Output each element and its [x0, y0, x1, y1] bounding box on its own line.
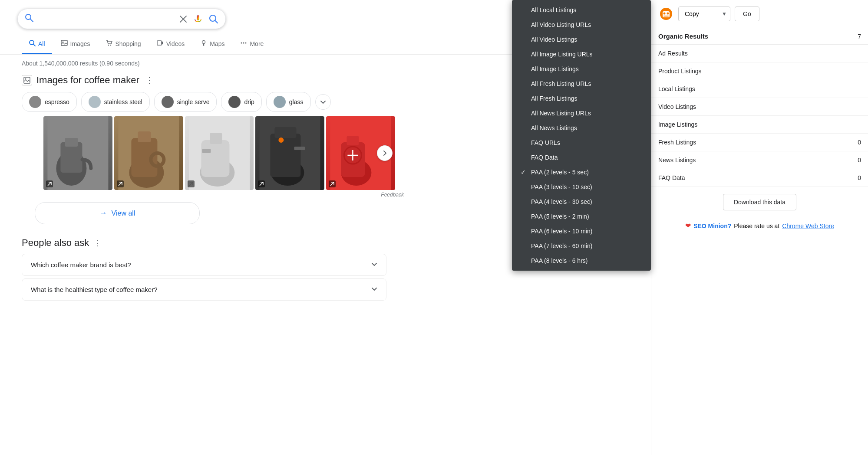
dropdown-item-all-local[interactable]: All Local Listings — [512, 3, 651, 17]
dropdown-item-all-video[interactable]: All Video Listings — [512, 32, 651, 47]
svg-rect-4 — [197, 15, 199, 20]
dropdown-item-paa-3[interactable]: PAA (3 levels - 10 sec) — [512, 180, 651, 194]
chrome-web-store-link[interactable]: Chrome Web Store — [782, 223, 834, 229]
dropdown-item-paa-6[interactable]: PAA (6 levels - 10 min) — [512, 224, 651, 239]
google-search-icon — [25, 13, 33, 24]
tab-all[interactable]: All — [22, 35, 52, 54]
dropdown-label-all-news-urls: All News Listing URLs — [531, 110, 591, 117]
all-icon — [29, 39, 36, 48]
images-icon — [61, 39, 68, 48]
svg-rect-10 — [61, 40, 67, 46]
tab-videos[interactable]: Videos — [150, 35, 192, 54]
dropdown-check-all-video — [521, 36, 528, 43]
image-listings-label: Image Listings — [658, 121, 697, 128]
ad-results-label: Ad Results — [658, 50, 688, 57]
results-row-news: News Listings 0 — [651, 151, 868, 169]
fresh-listings-label: Fresh Listings — [658, 139, 696, 146]
clear-button[interactable] — [179, 15, 187, 23]
svg-line-7 — [215, 20, 218, 23]
image-cell-2[interactable] — [114, 116, 183, 190]
chip-drip[interactable]: drip — [221, 92, 261, 112]
view-all-button[interactable]: → View all — [35, 202, 200, 224]
dropdown-item-paa-5[interactable]: PAA (5 levels - 2 min) — [512, 209, 651, 224]
svg-rect-39 — [294, 147, 305, 150]
chip-drip-img — [228, 96, 241, 108]
image-tag-2 — [117, 180, 124, 187]
paa-title: People also ask — [22, 237, 89, 249]
video-listings-label: Video Listings — [658, 103, 696, 110]
results-count: About 1,540,000,000 results (0.90 second… — [22, 60, 140, 67]
copy-dropdown-overlay: All Local Listings All Video Listing URL… — [512, 0, 651, 271]
search-button[interactable] — [209, 14, 218, 24]
dropdown-item-all-image[interactable]: All Image Listings — [512, 62, 651, 76]
results-table: Organic Results 7 Ad Results Product Lis… — [651, 28, 868, 187]
dropdown-label-all-news: All News Listings — [531, 124, 577, 131]
dropdown-check-paa-2: ✓ — [521, 169, 528, 176]
results-row-fresh: Fresh Listings 0 — [651, 134, 868, 151]
dropdown-item-all-fresh-urls[interactable]: All Fresh Listing URLs — [512, 76, 651, 91]
paa-menu-icon[interactable]: ⋮ — [93, 238, 101, 248]
dropdown-label-all-fresh-urls: All Fresh Listing URLs — [531, 80, 591, 87]
tab-images[interactable]: Images — [54, 35, 97, 54]
dropdown-check-faq-data — [521, 154, 528, 161]
tab-shopping[interactable]: Shopping — [99, 35, 148, 54]
organic-results-label: Organic Results — [658, 33, 858, 40]
dropdown-item-all-video-urls[interactable]: All Video Listing URLs — [512, 17, 651, 32]
chip-glass[interactable]: glass — [266, 92, 311, 112]
dropdown-item-all-news-urls[interactable]: All News Listing URLs — [512, 106, 651, 121]
svg-rect-32 — [201, 140, 229, 177]
dropdown-item-faq-urls[interactable]: FAQ URLs — [512, 135, 651, 150]
dropdown-item-all-news[interactable]: All News Listings — [512, 121, 651, 135]
svg-point-16 — [241, 43, 242, 44]
chip-single-serve[interactable]: single serve — [154, 92, 217, 112]
mic-button[interactable] — [193, 14, 203, 24]
image-cell-1[interactable] — [43, 116, 112, 190]
paa-item-1[interactable]: Which coffee maker brand is best? — [22, 254, 386, 276]
go-button[interactable]: Go — [735, 7, 759, 21]
seo-heart-icon: ❤ — [685, 222, 691, 230]
svg-rect-34 — [202, 149, 211, 153]
image-next-button[interactable] — [377, 145, 393, 161]
dropdown-item-paa-4[interactable]: PAA (4 levels - 30 sec) — [512, 194, 651, 209]
tab-more[interactable]: More — [233, 35, 271, 54]
images-section-menu-icon[interactable]: ⋮ — [145, 75, 153, 85]
results-row-faq: FAQ Data 0 — [651, 169, 868, 187]
results-row-image: Image Listings — [651, 116, 868, 134]
search-bar-icons — [179, 14, 218, 24]
svg-point-12 — [108, 45, 109, 46]
paa-question-1: Which coffee maker brand is best? — [31, 261, 131, 268]
chip-glass-label: glass — [289, 98, 304, 105]
faq-data-label: FAQ Data — [658, 174, 685, 181]
dropdown-item-paa-8[interactable]: PAA (8 levels - 6 hrs) — [512, 253, 651, 268]
dropdown-item-paa-7[interactable]: PAA (7 levels - 60 min) — [512, 239, 651, 253]
dropdown-label-faq-urls: FAQ URLs — [531, 139, 560, 146]
dropdown-item-all-fresh[interactable]: All Fresh Listings — [512, 91, 651, 106]
copy-select[interactable]: Copy — [678, 7, 730, 21]
dropdown-item-all-image-urls[interactable]: All Image Listing URLs — [512, 47, 651, 62]
paa-item-2[interactable]: What is the healthiest type of coffee ma… — [22, 278, 386, 301]
image-cell-4[interactable] — [255, 116, 324, 190]
svg-point-13 — [110, 45, 111, 46]
chip-glass-img — [274, 96, 286, 108]
seo-robot-icon — [658, 6, 674, 22]
dropdown-item-paa-2[interactable]: ✓ PAA (2 levels - 5 sec) — [512, 165, 651, 180]
dropdown-label-paa-8: PAA (8 levels - 6 hrs) — [531, 257, 587, 264]
chip-stainless[interactable]: stainless steel — [81, 92, 150, 112]
results-table-header: Organic Results 7 — [651, 28, 868, 45]
seo-toolbar: Copy ▼ Go — [651, 0, 868, 28]
chip-drip-label: drip — [244, 98, 254, 105]
images-section-icon — [22, 75, 32, 85]
dropdown-item-faq-data[interactable]: FAQ Data — [512, 150, 651, 165]
svg-rect-27 — [131, 138, 157, 177]
dropdown-check-all-image — [521, 65, 528, 72]
dropdown-check-paa-4 — [521, 198, 528, 205]
svg-point-0 — [26, 14, 31, 20]
results-row-local: Local Listings — [651, 80, 868, 98]
search-input[interactable]: coffee maker — [38, 14, 175, 23]
chip-espresso[interactable]: espresso — [22, 92, 77, 112]
download-button[interactable]: Download this data — [723, 194, 796, 210]
chips-expand-button[interactable] — [315, 94, 331, 110]
tab-maps[interactable]: Maps — [193, 35, 231, 54]
image-cell-3[interactable] — [185, 116, 254, 190]
dropdown-label-paa-7: PAA (7 levels - 60 min) — [531, 242, 592, 249]
